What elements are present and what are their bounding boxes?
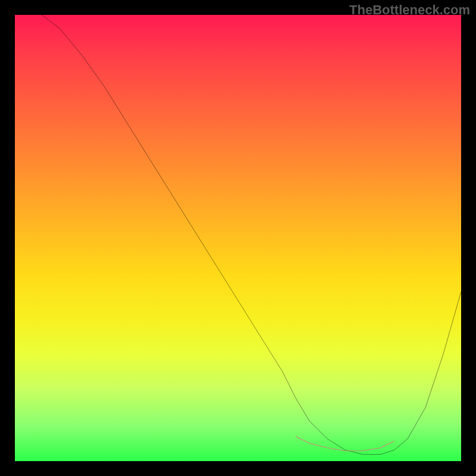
main-curve bbox=[42, 15, 461, 455]
plot-area bbox=[15, 15, 461, 461]
chart-frame: TheBottleneck.com bbox=[0, 0, 476, 476]
watermark-text: TheBottleneck.com bbox=[349, 2, 470, 18]
curve-layer bbox=[15, 15, 461, 461]
bottom-overlay-curve bbox=[296, 437, 394, 451]
